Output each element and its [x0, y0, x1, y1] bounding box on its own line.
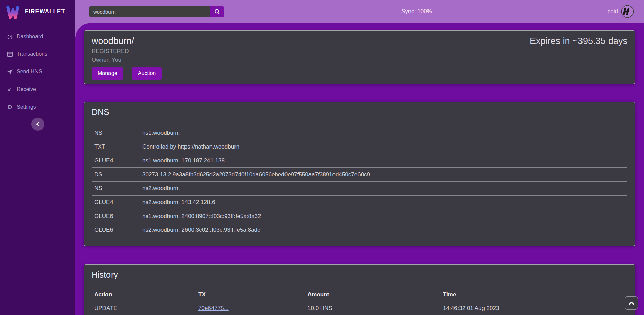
dns-record-type: TXT	[94, 143, 142, 150]
history-title: History	[92, 270, 627, 280]
domain-title: woodburn/	[92, 36, 162, 46]
sidebar-item-transactions[interactable]: Transactions	[0, 45, 75, 63]
dns-record-type: GLUE6	[94, 227, 142, 233]
sidebar-item-label: Send HNS	[17, 69, 42, 75]
domain-expiry: Expires in ~395.35 days	[530, 36, 627, 78]
dns-record-type: GLUE6	[94, 213, 142, 220]
content: woodburn/ REGISTERED Owner: You Manage A…	[75, 23, 644, 315]
send-icon	[7, 69, 13, 75]
topbar: Sync: 100% cold	[75, 0, 644, 23]
dns-record-type: NS	[94, 185, 142, 192]
history-header-row: Action TX Amount Time	[92, 289, 627, 301]
firewallet-logo-icon	[5, 4, 21, 19]
search-input[interactable]	[89, 6, 210, 17]
dns-title: DNS	[92, 107, 627, 117]
manage-button[interactable]: Manage	[92, 67, 123, 80]
dns-record-row: GLUE4 ns2.woodburn. 143.42.128.6	[92, 195, 627, 209]
sidebar-item-receive[interactable]: Receive	[0, 81, 75, 98]
dns-card: DNS NS ns1.woodburn. TXT Controlled by h…	[84, 102, 635, 246]
main-area: Sync: 100% cold woodburn/ REGISTERED Own…	[75, 0, 644, 315]
history-column-amount: Amount	[307, 291, 443, 298]
dns-record-value: ns1.woodburn. 2400:8907::f03c:93ff:fe5a:…	[142, 213, 625, 220]
history-action: UPDATE	[94, 305, 198, 312]
sidebar-item-label: Transactions	[17, 51, 47, 57]
search-group	[89, 6, 224, 17]
domain-status: REGISTERED	[92, 48, 162, 55]
chevron-left-icon	[36, 122, 40, 126]
sidebar-item-send-hns[interactable]: Send HNS	[0, 63, 75, 81]
receive-icon	[7, 86, 13, 92]
sidebar: FIREWALLET Dashboard Transactions	[0, 0, 75, 315]
caret-up-icon	[629, 301, 634, 305]
domain-actions: Manage Auction	[92, 67, 162, 80]
dns-record-type: NS	[94, 130, 142, 136]
brand-name: FIREWALLET	[25, 8, 65, 15]
history-time: 14:46:32 01 Aug 2023	[443, 305, 625, 312]
dashboard-icon	[7, 33, 13, 40]
dns-table-body: NS ns1.woodburn. TXT Controlled by https…	[92, 126, 627, 237]
brand: FIREWALLET	[0, 0, 75, 23]
history-card: History Action TX Amount Time UPDATE 70e…	[84, 264, 635, 315]
dns-record-row: NS ns2.woodburn.	[92, 181, 627, 195]
dns-record-row: NS ns1.woodburn.	[92, 126, 627, 140]
wallet-name: cold	[608, 8, 618, 15]
dns-record-value: ns2.woodburn.	[142, 185, 625, 192]
sidebar-nav: Dashboard Transactions Send HNS	[0, 28, 75, 116]
domain-owner: Owner: You	[92, 57, 162, 63]
scroll-to-top-button[interactable]	[625, 296, 638, 310]
history-table-body: UPDATE 70e64775... 10.0 HNS 14:46:32 01 …	[92, 301, 627, 315]
dns-record-type: GLUE4	[94, 199, 142, 206]
wallet-cluster[interactable]: cold	[608, 5, 634, 18]
history-row: UPDATE 70e64775... 10.0 HNS 14:46:32 01 …	[92, 301, 627, 315]
dns-record-value: 30273 13 2 9a3a8fb3d625d2a2073d740f10da6…	[142, 171, 625, 178]
dns-record-value: ns2.woodburn. 2600:3c02::f03c:93ff:fe5a:…	[142, 227, 625, 233]
dns-record-value: ns1.woodburn.	[142, 130, 625, 136]
sidebar-item-label: Dashboard	[17, 33, 43, 40]
sidebar-item-label: Settings	[17, 104, 36, 110]
dns-record-row: TXT Controlled by https://nathan.woodbur…	[92, 140, 627, 154]
handshake-logo-icon	[621, 5, 634, 18]
gear-icon: ⚙	[7, 104, 13, 110]
dns-record-value: Controlled by https://nathan.woodburn	[142, 143, 625, 150]
dns-record-value: ns2.woodburn. 143.42.128.6	[142, 199, 625, 206]
dns-record-type: DS	[94, 171, 142, 178]
dns-record-type: GLUE4	[94, 157, 142, 164]
sidebar-item-settings[interactable]: ⚙ Settings	[0, 98, 75, 116]
sync-status: Sync: 100%	[401, 8, 432, 15]
table-icon	[7, 51, 13, 57]
history-column-time: Time	[443, 291, 625, 298]
sidebar-item-label: Receive	[17, 86, 36, 92]
domain-info: woodburn/ REGISTERED Owner: You Manage A…	[92, 36, 162, 78]
dns-record-row: GLUE4 ns1.woodburn. 170.187.241.138	[92, 154, 627, 167]
tx-link[interactable]: 70e64775...	[198, 305, 229, 311]
dns-record-row: DS 30273 13 2 9a3a8fb3d625d2a2073d740f10…	[92, 167, 627, 181]
history-column-tx: TX	[198, 291, 307, 298]
dns-record-row: GLUE6 ns2.woodburn. 2600:3c02::f03c:93ff…	[92, 223, 627, 237]
search-icon	[214, 9, 220, 15]
history-amount: 10.0 HNS	[307, 305, 443, 312]
search-button[interactable]	[210, 6, 224, 17]
history-column-action: Action	[94, 291, 198, 298]
sidebar-item-dashboard[interactable]: Dashboard	[0, 28, 75, 45]
dns-record-value: ns1.woodburn. 170.187.241.138	[142, 157, 625, 164]
dns-record-row: GLUE6 ns1.woodburn. 2400:8907::f03c:93ff…	[92, 209, 627, 223]
domain-card: woodburn/ REGISTERED Owner: You Manage A…	[84, 30, 635, 84]
sidebar-collapse-button[interactable]	[31, 118, 44, 131]
auction-button[interactable]: Auction	[132, 67, 162, 80]
